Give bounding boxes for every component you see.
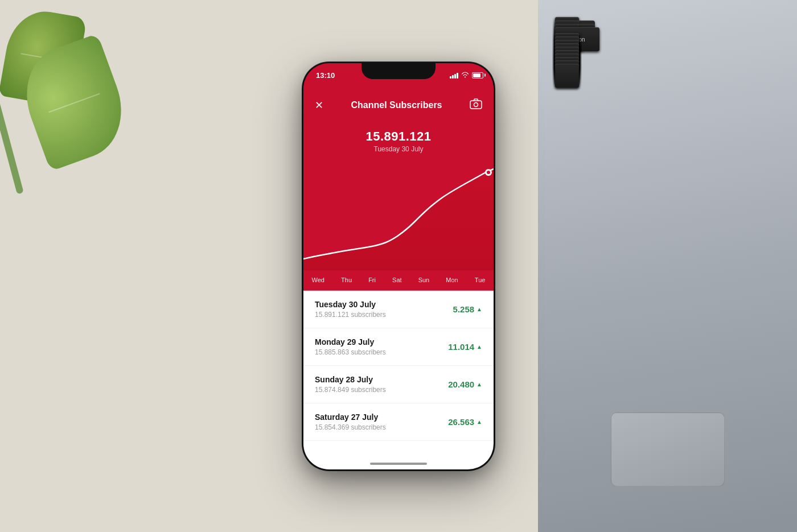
- chart-stats: 15.891.121 Tuesday 30 July: [303, 129, 494, 153]
- list-item-left: Sunday 28 July 15.874.849 subscribers: [315, 375, 386, 394]
- phone-notch: [361, 63, 436, 79]
- item-change-value: 11.014: [448, 342, 474, 352]
- list-item-left: Monday 29 July 15.885.863 subscribers: [315, 337, 386, 356]
- trend-up-icon: ▲: [476, 344, 482, 350]
- list-item-left: Saturday 27 July 15.854.369 subscribers: [315, 413, 386, 431]
- screen-title: Channel Subscribers: [351, 100, 442, 110]
- app-header: ✕ Channel Subscribers: [303, 88, 494, 122]
- trend-up-icon: ▲: [476, 306, 482, 312]
- chart-area: 15.891.121 Tuesday 30 July: [303, 122, 494, 270]
- list-item[interactable]: Sunday 28 July 15.874.849 subscribers 20…: [303, 366, 494, 403]
- day-sun: Sun: [418, 277, 430, 283]
- trend-up-icon: ▲: [476, 419, 482, 425]
- status-icons: [450, 71, 483, 80]
- list-item[interactable]: Monday 29 July 15.885.863 subscribers 11…: [303, 328, 494, 366]
- item-change-value: 20.480: [448, 380, 474, 389]
- key-r10c3[interactable]: [555, 64, 579, 88]
- day-sat: Sat: [392, 277, 402, 283]
- close-button[interactable]: ✕: [315, 99, 323, 112]
- plant-decoration: [0, 0, 159, 239]
- day-fri: Fri: [368, 277, 376, 283]
- svg-rect-0: [470, 101, 482, 109]
- trackpad[interactable]: [611, 413, 725, 486]
- list-item-right: 5.258 ▲: [453, 304, 482, 314]
- day-labels-row: Wed Thu Fri Sat Sun Mon Tue: [303, 270, 494, 291]
- item-change-value: 26.563: [448, 417, 474, 427]
- list-item[interactable]: Tuesday 30 July 15.891.121 subscribers 5…: [303, 291, 494, 328]
- item-change-value: 5.258: [453, 304, 475, 314]
- subscriber-list: Tuesday 30 July 15.891.121 subscribers 5…: [303, 291, 494, 469]
- day-thu: Thu: [341, 277, 352, 283]
- phone-device: 13:10: [302, 61, 495, 471]
- battery-icon: [472, 72, 483, 79]
- list-item[interactable]: Saturday 27 July 15.854.369 subscribers …: [303, 403, 494, 441]
- item-day-title: Sunday 28 July: [315, 375, 386, 384]
- leaf-vein-2: [48, 93, 100, 113]
- trend-up-icon: ▲: [476, 381, 482, 387]
- subscriber-count: 15.891.121: [303, 129, 494, 144]
- item-sub-count: 15.891.121 subscribers: [315, 311, 386, 319]
- item-day-title: Monday 29 July: [315, 337, 386, 347]
- list-item-right: 20.480 ▲: [448, 380, 482, 389]
- day-wed: Wed: [312, 277, 324, 283]
- item-sub-count: 15.874.849 subscribers: [315, 386, 386, 394]
- wifi-icon: [461, 71, 469, 80]
- signal-icon: [450, 72, 458, 79]
- status-time: 13:10: [316, 71, 335, 80]
- day-mon: Mon: [446, 277, 458, 283]
- line-chart: [303, 168, 494, 270]
- home-indicator: [370, 463, 427, 465]
- laptop-keyboard-area: → Q W ⇧ A ⇧ Z fn control option: [538, 0, 797, 532]
- phone-screen: 13:10: [303, 63, 494, 469]
- chart-date-label: Tuesday 30 July: [303, 145, 494, 153]
- list-item-right: 26.563 ▲: [448, 417, 482, 427]
- svg-point-2: [487, 171, 490, 174]
- day-tue: Tue: [475, 277, 486, 283]
- svg-point-1: [474, 102, 478, 106]
- list-item-right: 11.014 ▲: [448, 342, 482, 352]
- camera-button[interactable]: [470, 98, 482, 112]
- list-item-left: Tuesday 30 July 15.891.121 subscribers: [315, 300, 386, 319]
- item-sub-count: 15.885.863 subscribers: [315, 348, 386, 356]
- item-day-title: Tuesday 30 July: [315, 300, 386, 309]
- item-sub-count: 15.854.369 subscribers: [315, 423, 386, 431]
- item-day-title: Saturday 27 July: [315, 413, 386, 422]
